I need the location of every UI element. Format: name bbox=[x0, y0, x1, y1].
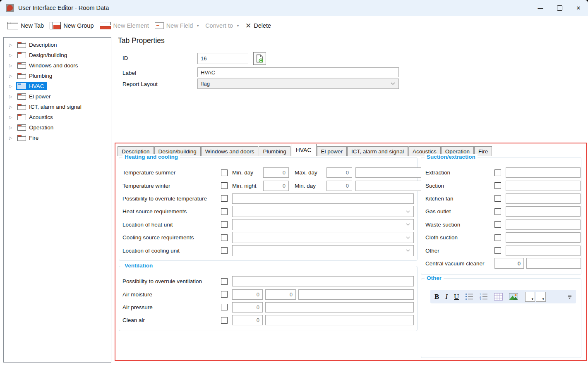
overrule-ventilation-checkbox[interactable] bbox=[221, 278, 228, 285]
font-dropdown[interactable] bbox=[525, 292, 535, 302]
heat-source-select[interactable] bbox=[232, 206, 414, 217]
insert-image-icon[interactable] bbox=[509, 293, 518, 300]
preview-tab-ict-alarm-signal[interactable]: ICT, alarm and signal bbox=[347, 146, 408, 156]
new-group-button[interactable]: New Group bbox=[47, 18, 96, 33]
underline-button[interactable]: U bbox=[454, 293, 459, 300]
suction-input[interactable] bbox=[506, 181, 581, 191]
air-moisture-value1-input[interactable] bbox=[232, 289, 263, 300]
overrule-ventilation-input[interactable] bbox=[232, 276, 414, 286]
suction-checkbox[interactable] bbox=[494, 182, 501, 189]
tree-item-fire[interactable]: ▷ Fire bbox=[4, 133, 111, 143]
waste-suction-checkbox[interactable] bbox=[494, 221, 501, 228]
clean-air-value-input[interactable] bbox=[232, 315, 263, 325]
overrule-temperature-input[interactable] bbox=[232, 193, 414, 204]
toolbar-overflow-icon[interactable] bbox=[567, 294, 572, 299]
central-vacuum-text-input[interactable] bbox=[526, 258, 581, 269]
size-dropdown[interactable] bbox=[536, 292, 546, 302]
cloth-suction-checkbox[interactable] bbox=[494, 234, 501, 241]
expander-icon[interactable]: ▷ bbox=[9, 63, 16, 68]
italic-button[interactable]: I bbox=[445, 293, 448, 300]
gas-outlet-checkbox[interactable] bbox=[494, 208, 501, 215]
heat-unit-location-checkbox[interactable] bbox=[221, 221, 228, 228]
clean-air-text-input[interactable] bbox=[265, 315, 414, 325]
kitchen-fan-row: Kitchen fan bbox=[421, 192, 581, 205]
label-input[interactable] bbox=[197, 67, 399, 77]
clean-air-checkbox[interactable] bbox=[221, 317, 228, 324]
temperature-summer-min-day-input[interactable] bbox=[263, 167, 289, 178]
heat-unit-location-select[interactable] bbox=[232, 219, 414, 230]
expander-icon[interactable]: ▷ bbox=[9, 136, 16, 140]
temperature-winter-min-day-input[interactable] bbox=[326, 181, 352, 191]
richtext-toolbar: B I U 1 2 3 bbox=[430, 290, 576, 303]
expander-icon[interactable]: ▷ bbox=[9, 43, 16, 47]
extraction-checkbox[interactable] bbox=[494, 169, 501, 176]
kitchen-fan-input[interactable] bbox=[506, 193, 581, 204]
tree-item-acoustics[interactable]: ▷ Acoustics bbox=[4, 112, 111, 122]
new-field-button[interactable]: New Field ▼ bbox=[152, 18, 202, 33]
cooling-source-checkbox[interactable] bbox=[221, 234, 228, 241]
expander-icon[interactable]: ▷ bbox=[9, 105, 16, 109]
waste-suction-input[interactable] bbox=[506, 219, 581, 230]
air-moisture-checkbox[interactable] bbox=[221, 291, 228, 298]
extraction-input[interactable] bbox=[506, 167, 581, 178]
new-tab-button[interactable]: New Tab bbox=[4, 18, 47, 33]
minimize-button[interactable]: — bbox=[531, 0, 550, 16]
bullet-list-icon[interactable] bbox=[465, 293, 473, 300]
cooling-unit-location-checkbox[interactable] bbox=[221, 247, 228, 254]
convert-to-button[interactable]: Convert to ▼ bbox=[202, 18, 242, 33]
tree-item-windows-and-doors[interactable]: ▷ Windows and doors bbox=[4, 60, 111, 71]
temperature-summer-checkbox[interactable] bbox=[221, 169, 228, 176]
preview-tab-el-power[interactable]: El power bbox=[317, 146, 347, 156]
air-pressure-text-input[interactable] bbox=[265, 302, 414, 313]
bold-button[interactable]: B bbox=[434, 293, 439, 300]
numbered-list-icon[interactable]: 1 2 3 bbox=[480, 293, 488, 300]
field-label: Cooling source requirements bbox=[122, 234, 221, 241]
preview-tab-windows-and-doors[interactable]: Windows and doors bbox=[201, 146, 259, 156]
temperature-summer-max-day-input[interactable] bbox=[326, 167, 352, 178]
maximize-button[interactable] bbox=[550, 0, 569, 16]
other-text-area[interactable] bbox=[423, 306, 579, 356]
id-input[interactable] bbox=[197, 53, 248, 64]
other-suction-input[interactable] bbox=[506, 246, 581, 256]
tree-item-hvac[interactable]: ▷ HVAC bbox=[4, 81, 111, 91]
cloth-suction-input[interactable] bbox=[506, 232, 581, 243]
cooling-source-select[interactable] bbox=[232, 232, 414, 243]
preview-tab-hvac[interactable]: HVAC bbox=[291, 144, 317, 156]
temperature-winter-min-night-input[interactable] bbox=[263, 181, 289, 191]
heat-source-checkbox[interactable] bbox=[221, 208, 228, 215]
tree-item-operation[interactable]: ▷ Operation bbox=[4, 122, 111, 133]
clean-air-row: Clean air bbox=[119, 314, 417, 327]
tree-item-design-building[interactable]: ▷ Design/building bbox=[4, 50, 111, 60]
air-pressure-checkbox[interactable] bbox=[221, 304, 228, 310]
air-moisture-value2-input[interactable] bbox=[265, 289, 296, 300]
cooling-unit-location-select[interactable] bbox=[232, 245, 414, 256]
new-element-button[interactable]: New Element bbox=[97, 18, 152, 33]
central-vacuum-value-input[interactable] bbox=[494, 258, 524, 269]
tree-item-description[interactable]: ▷ Description bbox=[4, 40, 111, 50]
expander-icon[interactable]: ▷ bbox=[9, 94, 16, 99]
id-label: ID bbox=[122, 55, 128, 61]
tree-item-el-power[interactable]: ▷ El power bbox=[4, 91, 111, 102]
kitchen-fan-checkbox[interactable] bbox=[494, 195, 501, 202]
tree-item-plumbing[interactable]: ▷ Plumbing bbox=[4, 71, 111, 81]
generate-id-button[interactable] bbox=[253, 52, 266, 65]
delete-button[interactable]: ✕ Delete bbox=[242, 18, 274, 33]
temperature-winter-checkbox[interactable] bbox=[221, 182, 228, 189]
table-icon[interactable] bbox=[494, 293, 503, 301]
tree-item-ict-alarm-signal[interactable]: ▷ ICT, alarm and signal bbox=[4, 102, 111, 112]
overrule-temperature-checkbox[interactable] bbox=[221, 195, 228, 202]
air-moisture-text-input[interactable] bbox=[298, 289, 414, 300]
gas-outlet-input[interactable] bbox=[506, 206, 581, 217]
main-toolbar: New Tab New Group New Element New Field … bbox=[0, 16, 588, 36]
close-button[interactable]: ✕ bbox=[569, 0, 588, 16]
preview-tab-plumbing[interactable]: Plumbing bbox=[259, 146, 290, 156]
expander-icon[interactable]: ▷ bbox=[9, 53, 16, 57]
expander-icon[interactable]: ▷ bbox=[9, 125, 16, 130]
expander-icon[interactable]: ▷ bbox=[9, 84, 16, 88]
air-pressure-value-input[interactable] bbox=[232, 302, 263, 313]
convert-to-label: Convert to bbox=[205, 22, 233, 29]
other-suction-checkbox[interactable] bbox=[494, 247, 501, 254]
expander-icon[interactable]: ▷ bbox=[9, 74, 16, 78]
expander-icon[interactable]: ▷ bbox=[9, 115, 16, 119]
report-layout-select[interactable]: flag bbox=[197, 79, 399, 89]
